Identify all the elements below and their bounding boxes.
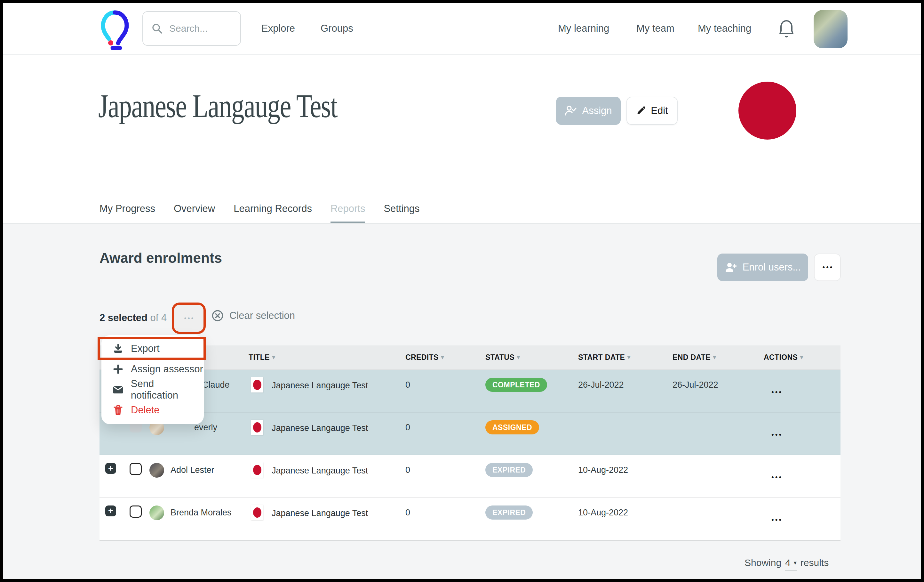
user-cell: + Brenda Morales: [99, 498, 246, 520]
row-actions-button[interactable]: •••: [764, 370, 840, 396]
ellipsis-icon: •••: [770, 431, 782, 438]
expand-row-button[interactable]: +: [105, 463, 116, 474]
top-nav: Explore Groups My learning My team My te…: [3, 3, 921, 55]
search-box[interactable]: [142, 11, 241, 46]
enrol-users-button[interactable]: Enrol users...: [717, 253, 808, 281]
selection-actions-button[interactable]: •••: [172, 303, 206, 334]
tab-overview[interactable]: Overview: [174, 203, 215, 224]
award-cover-flag: [738, 82, 796, 140]
sort-icon: ▾: [272, 354, 275, 361]
sort-icon: ▾: [441, 354, 444, 361]
header-status[interactable]: STATUS▾: [485, 353, 578, 362]
menu-item-send-notification[interactable]: Send notification: [101, 379, 204, 400]
award-title: Japanese Langauge Test: [272, 377, 368, 390]
award-thumbnail: [251, 505, 263, 520]
credits-cell: 0: [405, 455, 485, 475]
credits-cell: 0: [405, 370, 485, 390]
user-name: Adol Lester: [170, 463, 214, 475]
header-actions[interactable]: ACTIONS▾: [764, 353, 840, 362]
end-date-cell: [673, 413, 764, 423]
avatar: [149, 506, 164, 520]
nav-link-explore[interactable]: Explore: [261, 3, 295, 54]
japan-flag-icon: [253, 422, 261, 433]
end-date-cell: [673, 455, 764, 465]
title-cell: Japanese Langauge Test: [246, 455, 405, 478]
award-thumbnail: [251, 377, 263, 392]
credits-cell: 0: [405, 498, 485, 518]
status-badge: COMPLETED: [485, 378, 547, 392]
header-end-date[interactable]: END DATE▾: [673, 353, 764, 362]
edit-button-label: Edit: [651, 105, 668, 117]
page-tabs: My Progress Overview Learning Records Re…: [99, 195, 419, 224]
page-title: Japanese Langauge Test: [98, 87, 405, 125]
title-cell: Japanese Langauge Test: [246, 370, 405, 392]
start-date-cell: 10-Aug-2022: [578, 455, 673, 475]
menu-item-label: Assign assessor: [131, 363, 203, 375]
table-header-row: TITLE▾ CREDITS▾ STATUS▾ START DATE▾ END …: [99, 346, 840, 370]
row-checkbox[interactable]: [130, 463, 142, 475]
edit-button[interactable]: Edit: [627, 97, 678, 125]
award-thumbnail: [251, 462, 263, 478]
nav-link-my-team[interactable]: My team: [636, 3, 675, 54]
row-checkbox[interactable]: [130, 506, 142, 518]
brand-logo-icon[interactable]: [99, 9, 131, 50]
avatar: [149, 463, 164, 478]
enrolments-table: TITLE▾ CREDITS▾ STATUS▾ START DATE▾ END …: [99, 346, 840, 541]
header-title[interactable]: TITLE▾: [246, 353, 405, 362]
sort-icon: ▾: [800, 354, 803, 361]
person-plus-icon: [725, 262, 738, 273]
japan-flag-icon: [253, 508, 261, 518]
row-actions-button[interactable]: •••: [764, 455, 840, 481]
selection-count-rest: of 4: [147, 312, 167, 323]
section-overflow-button[interactable]: •••: [814, 253, 841, 281]
start-date-cell: 26-Jul-2022: [578, 370, 673, 390]
ellipsis-icon: •••: [770, 473, 782, 481]
start-date-cell: [578, 413, 673, 423]
menu-item-label: Delete: [131, 404, 160, 416]
menu-item-label: Send notification: [131, 378, 204, 401]
sort-icon: ▾: [713, 354, 716, 361]
user-avatar[interactable]: [813, 10, 848, 48]
status-cell: EXPIRED: [485, 455, 578, 477]
chevron-down-icon: ▾: [794, 559, 797, 566]
user-name: Brenda Morales: [170, 506, 232, 518]
sort-icon: ▾: [627, 354, 630, 361]
tab-learning-records[interactable]: Learning Records: [234, 203, 312, 224]
page-size-value: 4: [785, 557, 790, 568]
clear-selection-button[interactable]: Clear selection: [211, 309, 295, 322]
tab-settings[interactable]: Settings: [384, 203, 419, 224]
envelope-icon: [112, 385, 124, 394]
end-date-cell: [673, 498, 764, 508]
credits-cell: 0: [405, 413, 485, 433]
status-cell: EXPIRED: [485, 498, 578, 519]
plus-icon: [112, 364, 124, 374]
page-size-dropdown[interactable]: 4 ▾: [785, 557, 797, 571]
award-title: Japanese Langauge Test: [272, 505, 368, 518]
ellipsis-icon: •••: [821, 264, 833, 271]
header-credits[interactable]: CREDITS▾: [405, 353, 485, 362]
status-badge: ASSIGNED: [485, 420, 539, 435]
app-window: Explore Groups My learning My team My te…: [0, 0, 924, 582]
section-heading: Award enrolments: [99, 250, 222, 266]
assign-button[interactable]: Assign: [556, 97, 621, 125]
tab-reports[interactable]: Reports: [330, 203, 365, 224]
nav-link-groups[interactable]: Groups: [320, 3, 353, 54]
expand-row-button[interactable]: +: [105, 506, 116, 516]
award-title: Japanese Langauge Test: [272, 462, 368, 476]
nav-link-my-teaching[interactable]: My teaching: [698, 3, 751, 54]
tab-my-progress[interactable]: My Progress: [99, 203, 155, 224]
search-input[interactable]: [168, 23, 228, 34]
start-date-cell: 10-Aug-2022: [578, 498, 673, 518]
notifications-bell-icon[interactable]: [779, 19, 794, 40]
menu-item-export[interactable]: Export: [101, 338, 204, 359]
row-actions-button[interactable]: •••: [764, 413, 840, 438]
download-icon: [112, 344, 124, 354]
nav-link-my-learning[interactable]: My learning: [558, 3, 609, 54]
table-row: + Brenda Morales Japanese Langauge Test …: [99, 498, 840, 541]
header-start-date[interactable]: START DATE▾: [578, 353, 673, 362]
menu-item-delete[interactable]: Delete: [101, 400, 204, 420]
menu-item-assign-assessor[interactable]: Assign assessor: [101, 359, 204, 379]
assign-button-label: Assign: [582, 105, 612, 117]
row-actions-button[interactable]: •••: [764, 498, 840, 523]
circle-x-icon: [211, 309, 224, 322]
